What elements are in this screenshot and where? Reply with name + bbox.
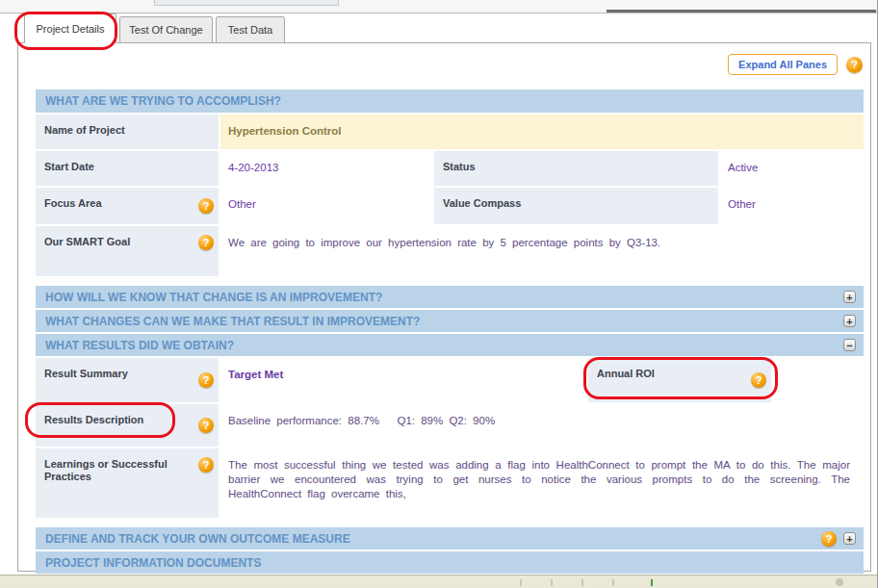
section-title: DEFINE AND TRACK YOUR OWN OUTCOME MEASUR… — [45, 532, 350, 546]
result-summary-label: Result Summary ? — [36, 358, 219, 402]
status-value: Active — [720, 151, 864, 186]
smart-goal-value: We are going to improve our hypertension… — [220, 226, 864, 276]
section-title: WHAT CHANGES CAN WE MAKE THAT RESULT IN … — [45, 315, 420, 328]
status-bar-mark — [520, 579, 522, 586]
focus-area-value: Other — [220, 188, 432, 224]
tab-project-details[interactable]: Project Details — [24, 13, 116, 43]
annual-roi-label: Annual ROI ? — [588, 358, 771, 402]
help-icon[interactable]: ? — [198, 418, 214, 433]
section-gap — [36, 276, 864, 284]
start-date-label: Start Date — [36, 151, 219, 186]
status-bar-mark — [836, 578, 843, 586]
row-learnings: Learnings or Successful Practices ? The … — [36, 448, 864, 518]
section-header-accomplish: WHAT ARE WE TRYING TO ACCOMPLISH? — [36, 89, 864, 113]
expand-icon[interactable]: + — [843, 291, 856, 303]
tab-label: Test Data — [228, 24, 272, 36]
row-start-date-status: Start Date 4-20-2013 Status Active — [36, 151, 864, 186]
expand-icon[interactable]: + — [843, 315, 856, 327]
section-title: WHAT ARE WE TRYING TO ACCOMPLISH? — [45, 94, 281, 108]
section-header-outcome-measure[interactable]: DEFINE AND TRACK YOUR OWN OUTCOME MEASUR… — [36, 527, 864, 550]
content-panel: Expand All Panes ? WHAT ARE WE TRYING TO… — [17, 43, 871, 572]
browser-chrome-remnant — [0, 0, 878, 13]
help-icon[interactable]: ? — [198, 235, 214, 250]
tab-test-of-change[interactable]: Test Of Change — [119, 16, 213, 43]
result-summary-value: Target Met — [220, 358, 586, 402]
project-details-form: WHAT ARE WE TRYING TO ACCOMPLISH? Name o… — [36, 89, 864, 574]
browser-status-bar-remnant — [0, 575, 878, 588]
status-bar-mark — [612, 579, 614, 586]
tab-bar: Test Of Change Test Data Project Details — [17, 13, 871, 43]
row-smart-goal: Our SMART Goal ? We are going to improve… — [36, 226, 864, 276]
section-header-improvement[interactable]: HOW WILL WE KNOW THAT CHANGE IS AN IMPRO… — [36, 286, 864, 308]
section-header-results[interactable]: WHAT RESULTS DID WE OBTAIN? − — [36, 334, 864, 356]
collapse-icon[interactable]: − — [843, 339, 856, 351]
status-label: Status — [434, 151, 718, 186]
results-description-label: Results Description ? — [36, 404, 219, 447]
section-title: WHAT RESULTS DID WE OBTAIN? — [45, 339, 234, 352]
help-icon[interactable]: ? — [821, 531, 837, 547]
focus-area-label: Focus Area ? — [36, 188, 219, 224]
row-results-description: Results Description ? Baseline performan… — [36, 404, 864, 447]
browser-tab-remnant — [154, 0, 339, 6]
section-title: HOW WILL WE KNOW THAT CHANGE IS AN IMPRO… — [45, 291, 382, 304]
expand-icon[interactable]: + — [843, 532, 856, 545]
help-icon[interactable]: ? — [198, 457, 214, 473]
start-date-value: 4-20-2013 — [220, 151, 432, 186]
row-result-summary-annual-roi: Result Summary ? Target Met Annual ROI ? — [36, 358, 864, 402]
tab-label: Test Of Change — [129, 24, 202, 36]
status-bar-mark — [581, 579, 583, 586]
section-header-changes[interactable]: WHAT CHANGES CAN WE MAKE THAT RESULT IN … — [36, 310, 864, 332]
section-header-project-documents[interactable]: PROJECT INFORMATION DOCUMENTS — [36, 551, 864, 574]
name-of-project-value: Hypertension Control — [220, 115, 864, 149]
chrome-divider — [607, 10, 876, 13]
row-name-of-project: Name of Project Hypertension Control — [36, 115, 864, 149]
learnings-value: The most successful thing we tested was … — [220, 448, 864, 518]
section-gap — [36, 518, 864, 525]
smart-goal-label: Our SMART Goal ? — [36, 226, 219, 276]
value-compass-label: Value Compass — [434, 188, 718, 224]
status-bar-mark — [551, 579, 553, 586]
value-compass-value: Other — [720, 188, 864, 224]
help-icon[interactable]: ? — [751, 372, 766, 388]
section-title: PROJECT INFORMATION DOCUMENTS — [45, 556, 261, 570]
expand-all-panes-button[interactable]: Expand All Panes — [728, 54, 838, 75]
annual-roi-value — [773, 358, 864, 402]
panel-toolbar: Expand All Panes ? — [728, 54, 863, 75]
tab-label: Project Details — [37, 23, 105, 35]
screen: Test Of Change Test Data Project Details… — [0, 0, 878, 588]
name-of-project-label: Name of Project — [36, 115, 219, 149]
help-icon[interactable]: ? — [846, 57, 863, 73]
help-icon[interactable]: ? — [198, 198, 214, 214]
learnings-label: Learnings or Successful Practices ? — [36, 448, 219, 518]
status-bar-mark — [651, 579, 653, 586]
results-description-value: Baseline performance: 88.7% Q1: 89% Q2: … — [220, 404, 864, 447]
tab-test-data[interactable]: Test Data — [216, 16, 285, 43]
help-icon[interactable]: ? — [198, 372, 214, 388]
row-focus-area-value-compass: Focus Area ? Other Value Compass Other — [36, 188, 864, 224]
